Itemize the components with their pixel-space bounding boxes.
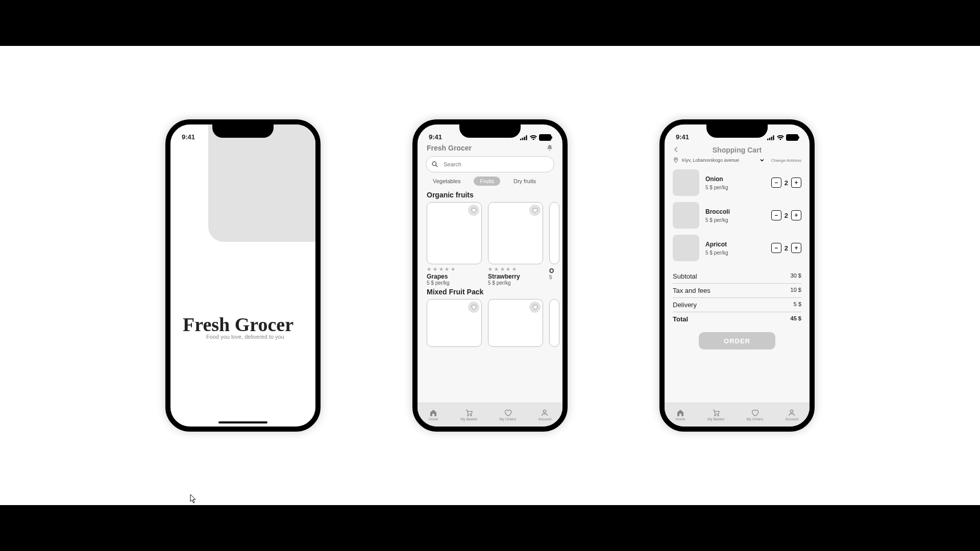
- svg-point-11: [471, 415, 472, 416]
- quantity-stepper: − 2 +: [771, 210, 801, 220]
- favorite-button[interactable]: [468, 302, 479, 313]
- home-indicator[interactable]: [218, 421, 267, 423]
- increment-button[interactable]: +: [791, 210, 801, 220]
- nav-label: My Basket: [707, 417, 724, 421]
- battery-icon: [786, 134, 798, 141]
- user-icon: [541, 409, 549, 417]
- cart-item-price: 5 $ per/kg: [705, 250, 765, 256]
- cart-item: Broccoli 5 $ per/kg − 2 +: [665, 199, 810, 232]
- cursor-icon: [190, 494, 197, 504]
- product-image: [488, 202, 543, 264]
- heart-icon: [471, 304, 477, 310]
- nav-label: My Orders: [747, 417, 764, 421]
- quantity-value: 2: [785, 212, 788, 219]
- organic-fruits-scroll[interactable]: ★ ★ ★ ★ ★ Grapes 5 $ per/kg ★ ★ ★ ★ ★ St…: [418, 202, 562, 286]
- product-card-partial[interactable]: O 5: [549, 202, 559, 286]
- favorite-button[interactable]: [529, 205, 541, 216]
- order-button[interactable]: ORDER: [699, 332, 775, 349]
- section-organic-title: Organic fruits: [418, 189, 562, 202]
- svg-point-8: [432, 162, 436, 166]
- nav-label: Account: [538, 417, 551, 421]
- rating-stars: ★ ★ ★ ★ ★: [488, 264, 543, 273]
- svg-rect-7: [526, 135, 527, 140]
- splash-screen: 9:41 Fresh Grocer Food you love, deliver…: [170, 124, 315, 427]
- nav-home[interactable]: Home: [676, 409, 685, 421]
- change-address-link[interactable]: Change Address: [771, 158, 801, 163]
- product-card[interactable]: ★ ★ ★ ★ ★ Grapes 5 $ per/kg: [427, 202, 482, 286]
- favorite-button[interactable]: [529, 302, 541, 313]
- summary-tax: Tax and fees 10 $: [673, 284, 801, 298]
- product-card[interactable]: [427, 299, 482, 347]
- increment-button[interactable]: +: [791, 178, 801, 188]
- product-image: [549, 299, 559, 347]
- category-chips: Vegetables Fruits Dry fruits: [418, 177, 562, 189]
- cart-item-price: 5 $ per/kg: [705, 185, 765, 190]
- splash-subtitle: Food you love, delivered to you: [206, 334, 284, 340]
- product-card-partial[interactable]: [549, 299, 559, 347]
- cart-item-name: Broccoli: [705, 208, 765, 215]
- app-title: Fresh Grocer: [427, 144, 472, 152]
- cart-screen: 9:41 Shopping Cart Kiyv, Lobanovskogo av…: [665, 124, 810, 427]
- product-card[interactable]: ★ ★ ★ ★ ★ Strawberry 5 $ per/kg: [488, 202, 543, 286]
- address-row[interactable]: Kiyv, Lobanovskogo avenue Change Address: [665, 157, 810, 166]
- svg-point-12: [544, 410, 546, 413]
- wifi-icon: [530, 135, 537, 140]
- search-bar[interactable]: [426, 156, 554, 172]
- bottom-nav: Home My Basket My Orders Account: [418, 403, 562, 427]
- svg-point-17: [675, 159, 677, 160]
- summary-delivery: Delivery 5 $: [673, 298, 801, 312]
- user-icon: [788, 409, 796, 417]
- product-price: 5: [549, 274, 559, 280]
- favorite-button[interactable]: [468, 205, 479, 216]
- cart-summary: Subtotal 30 $ Tax and fees 10 $ Delivery…: [673, 269, 801, 326]
- mixed-pack-scroll[interactable]: [418, 299, 562, 347]
- chip-dry-fruits[interactable]: Dry fruits: [507, 177, 542, 186]
- summary-total: Total 45 $: [673, 312, 801, 326]
- summary-value: 5 $: [794, 301, 801, 309]
- app-header: Fresh Grocer: [418, 141, 562, 154]
- quantity-stepper: − 2 +: [771, 178, 801, 188]
- svg-point-19: [718, 415, 719, 416]
- nav-home[interactable]: Home: [429, 409, 438, 421]
- summary-label: Subtotal: [673, 272, 697, 280]
- cart-item-name: Onion: [705, 176, 765, 183]
- cart-title: Shopping Cart: [713, 146, 762, 154]
- cart-item-image: [673, 169, 699, 196]
- home-icon: [429, 409, 437, 417]
- product-image: [549, 202, 559, 264]
- chip-fruits[interactable]: Fruits: [474, 177, 500, 186]
- nav-basket[interactable]: My Basket: [707, 409, 724, 421]
- nav-label: Home: [429, 417, 438, 421]
- bell-icon[interactable]: [546, 144, 553, 152]
- product-price: 5 $ per/kg: [488, 280, 543, 286]
- heart-outline-icon: [751, 409, 759, 417]
- quantity-value: 2: [785, 244, 788, 252]
- svg-rect-6: [524, 137, 525, 140]
- back-icon[interactable]: [673, 146, 680, 153]
- status-time: 9:41: [182, 133, 195, 141]
- heart-icon: [471, 207, 477, 213]
- increment-button[interactable]: +: [791, 243, 801, 253]
- nav-account[interactable]: Account: [538, 409, 551, 421]
- nav-orders[interactable]: My Orders: [747, 409, 764, 421]
- product-name: Strawberry: [488, 273, 543, 280]
- cart-item: Apricot 5 $ per/kg − 2 +: [665, 232, 810, 264]
- chip-vegetables[interactable]: Vegetables: [427, 177, 467, 186]
- product-image: [488, 299, 543, 347]
- splash-hero-image: [208, 124, 315, 242]
- nav-basket[interactable]: My Basket: [460, 409, 477, 421]
- product-card[interactable]: [488, 299, 543, 347]
- chevron-down-icon[interactable]: [759, 157, 765, 163]
- search-input[interactable]: [443, 161, 549, 168]
- splash-title: Fresh Grocer: [183, 313, 293, 336]
- decrement-button[interactable]: −: [771, 210, 781, 220]
- quantity-stepper: − 2 +: [771, 243, 801, 253]
- decrement-button[interactable]: −: [771, 178, 781, 188]
- signal-icon: [520, 135, 528, 140]
- decrement-button[interactable]: −: [771, 243, 781, 253]
- nav-orders[interactable]: My Orders: [500, 409, 517, 421]
- phone-splash: 9:41 Fresh Grocer Food you love, deliver…: [165, 119, 321, 432]
- nav-account[interactable]: Account: [786, 409, 798, 421]
- product-name: Grapes: [427, 273, 482, 280]
- phone-cart: 9:41 Shopping Cart Kiyv, Lobanovskogo av…: [659, 119, 815, 432]
